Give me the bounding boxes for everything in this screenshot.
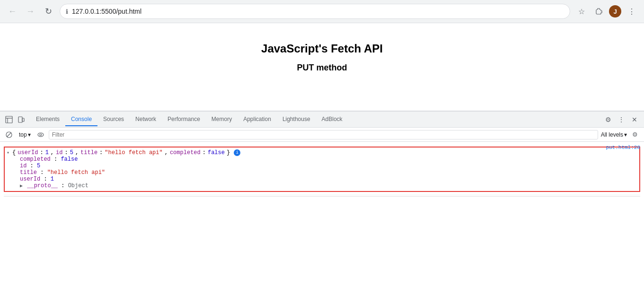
reload-button[interactable]: ↻ [42,5,55,18]
preview-title-val: "hello fetch api" [105,149,162,156]
preview-completed-val: false [208,149,225,156]
obj-brace-open: { [12,149,16,156]
preview-title-key: title [80,149,97,156]
field-title-val: "hello fetch api" [47,169,105,176]
console-toolbar: top ▾ All levels ▾ ⚙ [0,128,644,142]
preview-userId-val: 1 [45,149,49,156]
proto-arrow: ▶ [20,183,23,189]
preview-id-val: 5 [70,149,73,156]
browser-toolbar: ← → ↻ ℹ ☆ J ⋮ [0,0,644,23]
preview-colon-2: : [64,149,68,156]
preview-completed-key: completed [170,149,201,156]
field-completed-val: false [61,156,78,163]
field-userId: userId : 1 [20,176,637,182]
address-bar[interactable]: ℹ [60,4,570,19]
tab-elements[interactable]: Elements [30,113,65,126]
field-title: title : "hello fetch api" [20,169,637,176]
svg-rect-4 [22,118,24,121]
console-entry: ▾ { userId : 1 , id : 5 , title : "hello… [4,144,640,195]
preview-comma-2: , [75,149,79,156]
preview-comma-3: , [165,149,168,156]
log-levels-arrow: ▾ [624,131,627,138]
page-subtitle: PUT method [9,63,635,73]
preview-comma-1: , [51,149,54,156]
device-icon[interactable] [16,114,26,125]
tab-performance[interactable]: Performance [162,113,206,126]
tab-sources[interactable]: Sources [97,113,130,126]
field-colon-3: : [40,169,47,176]
svg-rect-3 [18,117,22,122]
field-title-key: title [20,169,37,176]
context-selector[interactable]: top ▾ [17,130,33,139]
field-colon-2: : [30,163,37,169]
field-completed: completed : false [20,156,637,163]
field-id-key: id [20,163,26,169]
context-dropdown-arrow: ▾ [28,131,31,138]
extensions-button[interactable] [592,5,605,18]
star-button[interactable]: ☆ [575,5,588,18]
console-divider [4,196,640,197]
devtools-right-actions: ⚙ ⋮ ✕ [602,114,640,125]
console-output: ▾ { userId : 1 , id : 5 , title : "hello… [0,142,644,295]
expanded-fields: completed : false id : 5 title : [7,156,637,189]
url-input[interactable] [72,8,564,15]
devtools-tabs-bar: Elements Console Sources Network Perform… [0,112,644,128]
tab-network[interactable]: Network [130,113,162,126]
menu-button[interactable]: ⋮ [625,5,638,18]
toolbar-actions: ☆ J ⋮ [575,5,638,18]
field-proto-key: __proto__ [27,182,58,189]
svg-point-7 [38,133,44,137]
field-colon-1: : [54,156,61,163]
object-preview-line[interactable]: ▾ { userId : 1 , id : 5 , title : "hello… [7,149,637,156]
field-proto-val: Object [68,182,88,189]
page-content: JavaScript's Fetch API PUT method [0,23,644,82]
field-id-val: 5 [37,163,40,169]
forward-button[interactable]: → [24,5,37,18]
console-eye-button[interactable] [35,130,46,140]
expand-arrow[interactable]: ▾ [7,150,9,156]
console-box: ▾ { userId : 1 , id : 5 , title : "hello… [4,147,640,192]
field-colon-5: : [61,182,68,189]
security-icon: ℹ [66,8,68,15]
console-entry-location[interactable]: put.html:28 [606,145,640,150]
browser-chrome: ← → ↻ ℹ ☆ J ⋮ [0,0,644,23]
devtools-left-icons [4,114,26,125]
tab-memory[interactable]: Memory [206,113,238,126]
log-levels-label: All levels [601,131,623,138]
field-colon-4: : [44,176,50,182]
field-userId-val: 1 [51,176,54,182]
console-settings-button[interactable]: ⚙ [630,130,640,140]
inspect-icon[interactable] [4,114,14,125]
tab-application[interactable]: Application [238,113,277,126]
context-label: top [19,131,27,138]
svg-point-8 [40,134,42,136]
field-completed-key: completed [20,156,51,163]
devtools-close-button[interactable]: ✕ [629,114,640,125]
preview-colon-3: : [99,149,103,156]
console-filter-input[interactable] [49,130,598,139]
preview-colon-4: : [203,149,206,156]
back-button[interactable]: ← [6,5,19,18]
preview-id-key: id [56,149,62,156]
devtools-more-button[interactable]: ⋮ [616,114,627,125]
tab-console[interactable]: Console [65,113,97,126]
info-icon[interactable]: i [234,149,240,156]
field-id: id : 5 [20,163,637,169]
svg-line-6 [7,132,11,137]
obj-brace-close: } [227,149,230,156]
devtools-panel: Elements Console Sources Network Perform… [0,111,644,295]
tab-lighthouse[interactable]: Lighthouse [277,113,316,126]
log-levels-selector[interactable]: All levels ▾ [601,131,627,138]
console-clear-button[interactable] [4,130,14,140]
field-proto[interactable]: ▶ __proto__ : Object [20,182,637,189]
devtools-settings-button[interactable]: ⚙ [602,114,614,125]
tab-adblock[interactable]: AdBlock [316,113,348,126]
preview-colon-1: : [40,149,43,156]
preview-userId-key: userId [18,149,38,156]
svg-rect-0 [6,116,12,123]
profile-button[interactable]: J [609,5,621,17]
page-title: JavaScript's Fetch API [9,42,635,55]
field-userId-key: userId [20,176,40,182]
console-entry-content: ▾ { userId : 1 , id : 5 , title : "hello… [4,145,640,194]
